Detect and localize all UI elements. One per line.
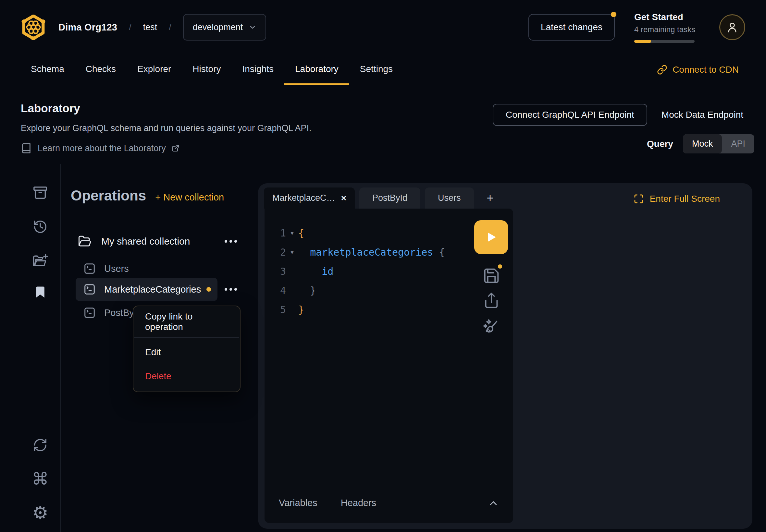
query-label: Query: [647, 139, 673, 149]
command-icon: ⌘: [32, 469, 49, 489]
mode-mock[interactable]: Mock: [683, 134, 722, 153]
menu-item-delete[interactable]: Delete: [133, 364, 240, 388]
rail-refresh-button[interactable]: [32, 437, 48, 453]
tab-settings[interactable]: Settings: [349, 54, 404, 85]
menu-item-edit[interactable]: Edit: [133, 340, 240, 364]
unsaved-changes-dot: [206, 287, 211, 292]
rail-history-button[interactable]: [32, 219, 48, 235]
rail-divider: [60, 164, 61, 532]
page-description: Explore your GraphQL schema and run quer…: [21, 123, 311, 133]
top-header: Dima Org123 / test / development Latest …: [0, 0, 766, 54]
breadcrumb-separator: /: [169, 22, 171, 32]
tab-checks[interactable]: Checks: [75, 54, 127, 85]
link-icon: [657, 65, 667, 75]
external-link-icon: [172, 144, 179, 152]
folder-plus-icon: [32, 253, 48, 268]
operation-users[interactable]: Users: [76, 257, 217, 280]
editor-tab-marketplace[interactable]: MarketplaceC… ×: [264, 187, 355, 209]
query-editor-pane: 1▾{2▾ marketplaceCategories {3 id4 }5} V…: [264, 209, 513, 523]
collapse-button[interactable]: [488, 498, 499, 509]
share-operation-button[interactable]: [481, 290, 502, 310]
main-nav: Schema Checks Explorer History Insights …: [0, 54, 766, 85]
editor-tab-users[interactable]: Users: [425, 187, 474, 209]
notification-dot: [611, 12, 616, 17]
connect-cdn-label: Connect to CDN: [673, 65, 739, 75]
rail-shortcuts-button[interactable]: ⌘: [32, 471, 48, 487]
laboratory-page: Dima Org123 / test / development Latest …: [0, 0, 766, 532]
book-icon: [21, 143, 32, 154]
mode-api[interactable]: API: [722, 134, 754, 153]
new-tab-button[interactable]: +: [479, 187, 502, 209]
latest-changes-button[interactable]: Latest changes: [529, 14, 615, 41]
operations-header: Operations + New collection: [71, 187, 224, 204]
mock-endpoint-button[interactable]: Mock Data Endpoint: [662, 110, 743, 120]
gear-icon: ⚙: [32, 502, 48, 523]
target-select[interactable]: development: [183, 14, 266, 41]
save-icon: [483, 267, 500, 284]
headers-tab[interactable]: Headers: [341, 498, 376, 508]
prettify-button[interactable]: [481, 317, 502, 337]
square-terminal-icon: [83, 262, 96, 275]
editor-bottom-bar: Variables Headers: [264, 483, 513, 523]
tab-history[interactable]: History: [182, 54, 231, 85]
hive-logo-icon[interactable]: [21, 15, 46, 40]
avatar[interactable]: [719, 14, 745, 40]
learn-more-link[interactable]: Learn more about the Laboratory: [21, 143, 179, 154]
connect-endpoint-button[interactable]: Connect GraphQL API Endpoint: [493, 104, 647, 126]
editor-tab-postbyid[interactable]: PostById: [359, 187, 420, 209]
latest-changes-label: Latest changes: [541, 22, 602, 32]
collection-name: My shared collection: [101, 236, 190, 247]
operation-menu-button[interactable]: [225, 288, 237, 291]
operation-context-menu: Copy link to operation Edit Delete: [133, 306, 240, 392]
square-terminal-icon: [83, 307, 96, 319]
get-started-progress: [634, 40, 695, 43]
code-line[interactable]: 3 id: [264, 262, 513, 281]
run-query-button[interactable]: [474, 220, 508, 254]
fullscreen-label: Enter Full Screen: [650, 194, 720, 204]
get-started-title: Get Started: [634, 12, 696, 22]
fullscreen-button[interactable]: Enter Full Screen: [634, 194, 720, 204]
query-mode-row: Query Mock API: [647, 134, 754, 153]
collection-my-shared[interactable]: My shared collection: [78, 230, 217, 252]
tab-laboratory[interactable]: Laboratory: [284, 54, 349, 85]
connect-cdn-link[interactable]: Connect to CDN: [657, 65, 739, 75]
editor-tabs: MarketplaceC… × PostById Users +: [264, 187, 502, 209]
operation-label: Users: [104, 263, 129, 274]
rail-collections-button[interactable]: [32, 185, 48, 200]
rail-bookmarks-button[interactable]: [32, 284, 48, 300]
history-icon: [33, 219, 48, 234]
unsaved-changes-dot: [498, 264, 502, 269]
code-line[interactable]: 4 }: [264, 281, 513, 300]
rail-new-folder-button[interactable]: [32, 253, 48, 269]
tab-schema[interactable]: Schema: [20, 54, 75, 85]
page-subheader: Laboratory Explore your GraphQL schema a…: [0, 85, 766, 164]
rail-settings-button[interactable]: ⚙: [32, 505, 48, 520]
refresh-icon: [33, 438, 48, 453]
tab-insights[interactable]: Insights: [231, 54, 284, 85]
operation-marketplace-categories[interactable]: MarketplaceCategories: [76, 278, 217, 301]
code-line[interactable]: 5}: [264, 300, 513, 319]
share-icon: [483, 292, 500, 309]
collection-menu-button[interactable]: [225, 240, 237, 243]
target-select-value: development: [193, 22, 243, 32]
breadcrumb-org[interactable]: Dima Org123: [58, 22, 117, 33]
user-icon: [726, 21, 738, 33]
archive-icon: [33, 185, 48, 200]
laboratory-panel: Enter Full Screen MarketplaceC… × PostBy…: [258, 183, 752, 529]
maximize-icon: [634, 194, 644, 204]
query-mode-toggle: Mock API: [683, 134, 754, 153]
operations-title: Operations: [71, 187, 146, 204]
save-operation-button[interactable]: [481, 266, 502, 286]
variables-tab[interactable]: Variables: [279, 498, 317, 508]
new-collection-button[interactable]: + New collection: [155, 192, 224, 203]
menu-item-copy-link[interactable]: Copy link to operation: [133, 306, 240, 337]
tab-explorer[interactable]: Explorer: [127, 54, 182, 85]
close-tab-icon[interactable]: ×: [341, 193, 346, 203]
editor-tab-label: MarketplaceC…: [272, 193, 335, 203]
chevron-down-icon: [249, 23, 256, 31]
endpoint-actions: Connect GraphQL API Endpoint Mock Data E…: [493, 104, 743, 126]
get-started-widget[interactable]: Get Started 4 remaining tasks: [634, 12, 696, 43]
breadcrumb-project[interactable]: test: [143, 22, 157, 32]
operation-label: MarketplaceCategories: [104, 284, 201, 295]
play-icon: [484, 230, 498, 244]
